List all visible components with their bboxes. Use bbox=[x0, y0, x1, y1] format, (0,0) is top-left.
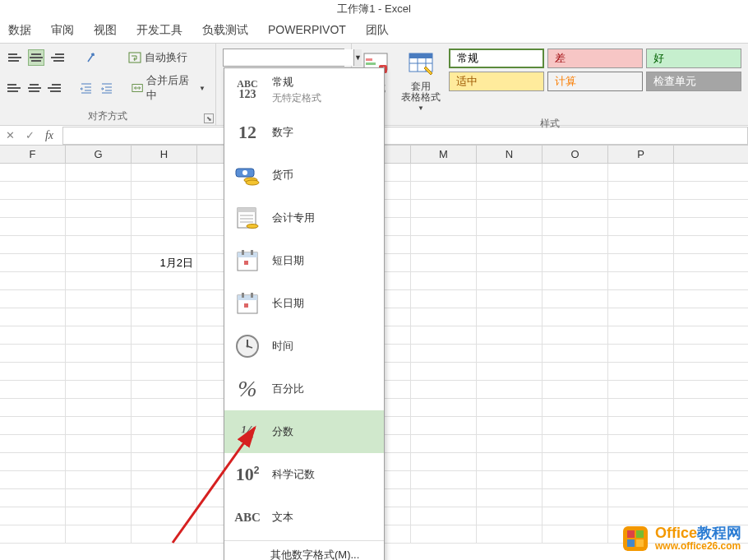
grid-cell[interactable] bbox=[66, 435, 132, 452]
format-item-scientific[interactable]: 102 科学记数 bbox=[224, 453, 384, 496]
grid-cell[interactable] bbox=[132, 272, 197, 289]
grid-cell[interactable] bbox=[477, 236, 543, 253]
format-item-short-date[interactable]: 短日期 bbox=[224, 239, 384, 282]
grid-cell[interactable] bbox=[66, 218, 132, 235]
grid-cell[interactable] bbox=[543, 471, 608, 488]
grid-cell[interactable] bbox=[477, 399, 543, 416]
grid-cell[interactable] bbox=[132, 489, 197, 507]
grid-cell[interactable] bbox=[66, 417, 132, 434]
grid-cell[interactable] bbox=[66, 308, 132, 326]
grid-cell[interactable] bbox=[608, 218, 674, 235]
decrease-indent[interactable] bbox=[79, 80, 94, 96]
col-header-n[interactable]: N bbox=[477, 146, 543, 163]
format-item-percentage[interactable]: % 百分比 bbox=[224, 368, 384, 410]
tab-team[interactable]: 团队 bbox=[366, 21, 389, 39]
grid-cell[interactable] bbox=[0, 417, 66, 434]
grid-cell[interactable] bbox=[543, 290, 608, 308]
grid-cell[interactable] bbox=[66, 471, 132, 488]
grid-cell[interactable] bbox=[132, 435, 197, 452]
alignment-launcher[interactable]: ⬊ bbox=[204, 113, 214, 123]
cell-style-check[interactable]: 检查单元 bbox=[646, 72, 741, 91]
align-right[interactable] bbox=[47, 80, 62, 96]
grid-cell[interactable] bbox=[608, 507, 674, 525]
grid-cell[interactable] bbox=[66, 164, 132, 181]
grid-cell[interactable] bbox=[66, 326, 132, 344]
align-top-right[interactable] bbox=[49, 49, 66, 66]
grid-cell[interactable] bbox=[543, 218, 608, 235]
grid-cell[interactable] bbox=[0, 453, 66, 470]
grid-cell[interactable] bbox=[477, 435, 543, 452]
grid-cell[interactable] bbox=[608, 290, 674, 308]
grid-cell[interactable] bbox=[0, 272, 66, 289]
grid-cell[interactable] bbox=[411, 381, 477, 398]
grid-cell[interactable] bbox=[608, 254, 674, 271]
grid-cell[interactable] bbox=[132, 326, 197, 344]
grid-cell[interactable] bbox=[543, 363, 608, 380]
grid-cell[interactable] bbox=[411, 417, 477, 434]
grid-cell[interactable] bbox=[608, 272, 674, 289]
grid-cell[interactable] bbox=[477, 525, 543, 543]
grid-cell[interactable] bbox=[411, 218, 477, 235]
grid-cell[interactable] bbox=[0, 182, 66, 199]
grid-cell[interactable] bbox=[608, 471, 674, 488]
grid-cell[interactable] bbox=[477, 200, 543, 217]
format-item-currency[interactable]: 货币 bbox=[224, 154, 384, 197]
grid-cell[interactable] bbox=[66, 507, 132, 525]
grid-cell[interactable] bbox=[543, 399, 608, 416]
grid-cell[interactable] bbox=[66, 453, 132, 470]
cell-style-calculation[interactable]: 计算 bbox=[547, 72, 643, 91]
align-top-center[interactable] bbox=[28, 49, 44, 66]
grid-cell[interactable] bbox=[477, 218, 543, 235]
format-item-fraction[interactable]: ½ 分数 bbox=[224, 410, 384, 453]
grid-cell[interactable] bbox=[66, 200, 132, 217]
grid-cell[interactable] bbox=[477, 182, 543, 199]
grid-cell[interactable] bbox=[0, 345, 66, 362]
grid-cell[interactable] bbox=[0, 326, 66, 344]
grid-cell[interactable] bbox=[411, 182, 477, 199]
grid-cell[interactable] bbox=[132, 381, 197, 398]
tab-powerpivot[interactable]: POWERPIVOT bbox=[268, 21, 346, 39]
grid-cell[interactable] bbox=[477, 381, 543, 398]
cell-style-neutral[interactable]: 适中 bbox=[449, 72, 544, 91]
wrap-text-button[interactable]: 自动换行 bbox=[125, 49, 191, 67]
grid-cell[interactable] bbox=[411, 507, 477, 525]
grid-cell[interactable] bbox=[132, 399, 197, 416]
cell-style-normal[interactable]: 常规 bbox=[449, 49, 544, 68]
format-as-table-button[interactable]: 套用 表格格式 ▼ bbox=[398, 49, 444, 113]
grid-cell[interactable] bbox=[411, 164, 477, 181]
grid-cell[interactable] bbox=[477, 363, 543, 380]
grid-cell[interactable] bbox=[608, 363, 674, 380]
grid-cell[interactable] bbox=[0, 381, 66, 398]
tab-developer[interactable]: 开发工具 bbox=[136, 21, 182, 39]
grid-cell[interactable]: 1月2日 bbox=[132, 254, 197, 271]
grid-cell[interactable] bbox=[543, 381, 608, 398]
grid-cell[interactable] bbox=[477, 326, 543, 344]
grid-cell[interactable] bbox=[411, 326, 477, 344]
grid-cell[interactable] bbox=[543, 453, 608, 470]
grid-cell[interactable] bbox=[411, 290, 477, 308]
col-header-h[interactable]: H bbox=[132, 146, 197, 163]
formula-cancel[interactable]: ✕ bbox=[0, 127, 20, 145]
grid-cell[interactable] bbox=[543, 417, 608, 434]
col-header-f[interactable]: F bbox=[0, 146, 66, 163]
increase-indent[interactable] bbox=[99, 80, 113, 96]
grid-cell[interactable] bbox=[608, 381, 674, 398]
grid-cell[interactable] bbox=[608, 453, 674, 470]
grid-cell[interactable] bbox=[608, 200, 674, 217]
grid-cell[interactable] bbox=[543, 345, 608, 362]
grid-cell[interactable] bbox=[0, 435, 66, 452]
grid-cell[interactable] bbox=[0, 164, 66, 181]
grid-cell[interactable] bbox=[477, 272, 543, 289]
tab-view[interactable]: 视图 bbox=[94, 21, 117, 39]
grid-cell[interactable] bbox=[66, 290, 132, 308]
format-item-accounting[interactable]: 会计专用 bbox=[224, 197, 384, 239]
grid-cell[interactable] bbox=[477, 308, 543, 326]
grid-cell[interactable] bbox=[608, 326, 674, 344]
grid-cell[interactable] bbox=[608, 308, 674, 326]
grid-cell[interactable] bbox=[411, 345, 477, 362]
grid-cell[interactable] bbox=[66, 182, 132, 199]
grid-cell[interactable] bbox=[66, 272, 132, 289]
merge-center-button[interactable]: 合并后居中 ▼ bbox=[128, 72, 209, 104]
col-header-o[interactable]: O bbox=[543, 146, 608, 163]
grid-cell[interactable] bbox=[66, 381, 132, 398]
